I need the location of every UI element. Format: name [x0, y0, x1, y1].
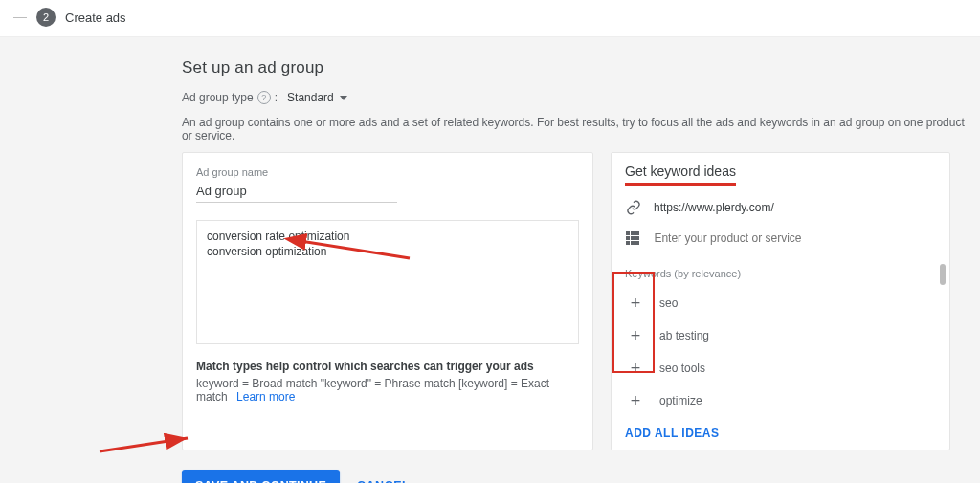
- keyword-label: seo: [659, 296, 678, 310]
- description-text: An ad group contains one or more ads and…: [182, 116, 976, 143]
- add-keyword-button[interactable]: +: [625, 358, 646, 379]
- svg-rect-3: [626, 236, 630, 240]
- ad-group-name-input[interactable]: [196, 182, 397, 203]
- save-and-continue-button[interactable]: SAVE AND CONTINUE: [182, 470, 340, 483]
- add-keyword-button[interactable]: +: [625, 293, 646, 314]
- product-service-input[interactable]: [652, 231, 936, 246]
- cancel-button[interactable]: CANCEL: [357, 479, 410, 483]
- svg-rect-7: [631, 241, 635, 245]
- step-number: 2: [43, 11, 49, 23]
- help-icon[interactable]: ?: [257, 91, 271, 104]
- ad-group-type-row: Ad group type ?: Standard: [182, 91, 976, 104]
- ad-group-type-label: Ad group type: [182, 91, 254, 104]
- add-all-ideas-button[interactable]: ADD ALL IDEAS: [625, 427, 936, 440]
- svg-rect-4: [631, 236, 635, 240]
- ad-group-type-dropdown[interactable]: Standard: [287, 91, 347, 104]
- keyword-row: + seo: [625, 287, 936, 319]
- svg-rect-0: [626, 231, 630, 235]
- match-types-title: Match types help control which searches …: [196, 360, 579, 373]
- page: 2 Create ads Set up an ad group Ad group…: [0, 0, 980, 483]
- grid-icon: [625, 230, 640, 247]
- svg-rect-2: [635, 231, 639, 235]
- keyword-row: + seo tools: [625, 352, 936, 384]
- keyword-label: optimize: [659, 394, 702, 407]
- svg-rect-5: [635, 236, 639, 240]
- stepper-connector: [13, 17, 27, 18]
- url-value[interactable]: https://www.plerdy.com/: [654, 201, 774, 214]
- page-title: Set up an ad group: [182, 58, 976, 77]
- match-types-line: keyword = Broad match "keyword" = Phrase…: [196, 377, 579, 404]
- colon: :: [275, 91, 278, 104]
- step-number-badge: 2: [36, 8, 56, 27]
- svg-rect-6: [626, 241, 630, 245]
- ad-group-name-label: Ad group name: [196, 166, 579, 178]
- learn-more-link[interactable]: Learn more: [236, 390, 295, 404]
- keywords-list: + seo + ab testing + seo tools +: [612, 287, 949, 417]
- ad-group-type-value: Standard: [287, 91, 334, 104]
- canvas: Set up an ad group Ad group type ?: Stan…: [0, 37, 980, 483]
- svg-rect-8: [635, 241, 639, 245]
- step-label: Create ads: [65, 11, 126, 25]
- columns: Ad group name Match types help control w…: [182, 152, 976, 450]
- scrollbar-thumb[interactable]: [940, 264, 946, 285]
- product-row: [625, 230, 936, 247]
- keyword-row: + ab testing: [625, 319, 936, 352]
- keywords-list-header: Keywords (by relevance): [612, 264, 949, 281]
- keyword-row: + optimize: [625, 384, 936, 417]
- keyword-ideas-title: Get keyword ideas: [625, 164, 736, 186]
- add-keyword-button[interactable]: +: [625, 390, 646, 411]
- keyword-label: seo tools: [659, 362, 705, 375]
- ad-group-card: Ad group name Match types help control w…: [182, 152, 593, 450]
- match-types-info: Match types help control which searches …: [196, 360, 579, 404]
- keyword-label: ab testing: [659, 329, 709, 342]
- add-keyword-button[interactable]: +: [625, 325, 646, 346]
- stepper-header: 2 Create ads: [0, 0, 980, 37]
- keywords-list-header-text: Keywords (by relevance): [625, 268, 741, 279]
- keyword-ideas-card: Get keyword ideas https://www.plerdy.com…: [611, 152, 950, 450]
- chevron-down-icon: [340, 96, 347, 100]
- url-row: https://www.plerdy.com/: [625, 199, 936, 216]
- link-icon: [625, 199, 642, 216]
- content: Set up an ad group Ad group type ?: Stan…: [182, 58, 976, 450]
- svg-rect-1: [631, 231, 635, 235]
- button-row: SAVE AND CONTINUE CANCEL: [182, 470, 980, 483]
- keywords-textarea[interactable]: [196, 220, 579, 344]
